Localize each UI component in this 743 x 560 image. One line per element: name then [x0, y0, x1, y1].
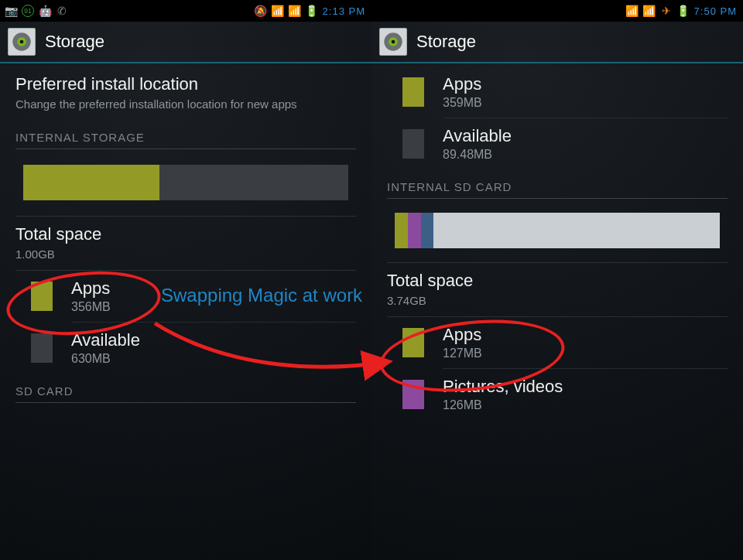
- signal-icon: 📶: [289, 5, 301, 17]
- camera-icon: 📷: [5, 5, 17, 17]
- svg-point-5: [392, 40, 395, 44]
- legend-swatch: [31, 282, 53, 311]
- wifi-icon: 📶: [272, 5, 284, 17]
- legend-row-apps[interactable]: Apps359MB: [372, 67, 743, 118]
- mute-icon: 🔕: [255, 5, 267, 17]
- status-bar: 📷 91 🤖 ✆ 🔕 📶 📶 🔋 2:13 PM: [0, 0, 372, 22]
- section-internal-sd: INTERNAL SD CARD: [372, 169, 743, 198]
- wifi-icon: 📶: [626, 5, 639, 17]
- legend-swatch: [402, 129, 424, 159]
- legend-label: Apps: [443, 74, 482, 94]
- pref-install-location-row[interactable]: Preferred install location Change the pr…: [0, 67, 372, 120]
- legend-label: Apps: [71, 278, 111, 299]
- legend-label: Pictures, videos: [443, 377, 563, 397]
- row-value: 3.74GB: [387, 294, 728, 309]
- legend-value: 630MB: [71, 352, 140, 366]
- app-bar: Storage: [0, 22, 372, 63]
- usage-bar-segment: [421, 213, 434, 248]
- total-space-row[interactable]: Total space 3.74GB: [372, 263, 743, 316]
- total-space-row[interactable]: Total space 1.00GB: [0, 217, 372, 270]
- legend-label: Available: [71, 330, 140, 350]
- status-icons-right: 🔕 📶 📶 🔋 2:13 PM: [255, 5, 372, 17]
- usage-bar-row[interactable]: [0, 149, 372, 216]
- legend-swatch: [402, 328, 424, 357]
- battery-icon: 🔋: [306, 5, 318, 17]
- battery-icon: 🔋: [677, 5, 690, 17]
- usage-bar: [23, 165, 348, 200]
- legend-row-apps[interactable]: Apps127MB: [372, 317, 743, 368]
- legend-swatch: [402, 380, 424, 409]
- usage-bar-segment: [23, 165, 159, 200]
- section-sd-card: SD CARD: [0, 374, 372, 402]
- usage-bar: [395, 213, 720, 248]
- legend-swatch: [402, 77, 424, 107]
- legend-value: 126MB: [443, 398, 563, 412]
- settings-gear-icon: [8, 28, 36, 56]
- phone-left: 📷 91 🤖 ✆ 🔕 📶 📶 🔋 2:13 PM Storage Preferr…: [0, 0, 372, 560]
- phone-right: 📶 📶 ✈ 🔋 7:50 PM Storage Apps359MBAvailab…: [372, 0, 743, 560]
- status-icons-right: 📶 📶 ✈ 🔋 7:50 PM: [626, 5, 743, 17]
- usage-bar-segment: [408, 213, 421, 248]
- row-subtitle: Change the preferred installation locati…: [15, 97, 356, 112]
- legend-value: 356MB: [71, 300, 111, 314]
- legend-label: Apps: [443, 325, 482, 345]
- row-title: Total space: [387, 271, 728, 291]
- whatsapp-icon: ✆: [56, 5, 68, 17]
- badge-icon: 91: [22, 5, 34, 17]
- legend-value: 89.48MB: [443, 148, 512, 162]
- clock-text: 2:13 PM: [323, 5, 365, 17]
- legend-label: Available: [443, 126, 512, 146]
- signal-icon: 📶: [643, 5, 656, 17]
- page-title: Storage: [45, 32, 104, 52]
- page-title: Storage: [416, 32, 476, 52]
- android-icon: 🤖: [39, 5, 51, 17]
- legend-swatch: [31, 333, 53, 363]
- legend-row-available[interactable]: Available89.48MB: [372, 118, 743, 169]
- legend-row-available[interactable]: Available630MB: [0, 323, 372, 374]
- airplane-icon: ✈: [660, 5, 673, 17]
- usage-bar-row[interactable]: [372, 199, 743, 262]
- section-internal-storage: INTERNAL STORAGE: [0, 120, 372, 149]
- row-value: 1.00GB: [15, 248, 356, 262]
- svg-point-2: [20, 40, 24, 44]
- usage-bar-segment: [395, 213, 408, 248]
- status-icons-left: 📷 91 🤖 ✆: [0, 5, 68, 17]
- row-title: Preferred install location: [15, 74, 356, 94]
- legend-row-pictures-videos[interactable]: Pictures, videos126MB: [372, 369, 743, 420]
- legend-row-apps[interactable]: Apps356MB: [0, 271, 372, 322]
- status-bar: 📶 📶 ✈ 🔋 7:50 PM: [372, 0, 743, 22]
- legend-value: 127MB: [443, 347, 482, 360]
- legend-value: 359MB: [443, 96, 482, 110]
- row-title: Total space: [15, 224, 356, 244]
- app-bar: Storage: [372, 22, 743, 63]
- clock-text: 7:50 PM: [694, 5, 737, 17]
- settings-gear-icon: [379, 28, 407, 56]
